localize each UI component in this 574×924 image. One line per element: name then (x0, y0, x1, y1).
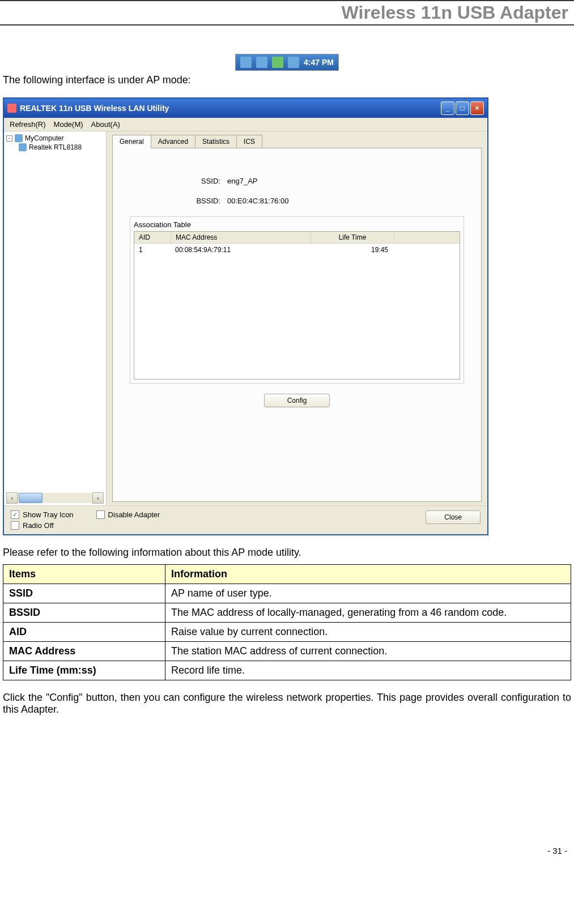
utility-window: REALTEK 11n USB Wireless LAN Utility _ □… (3, 97, 488, 535)
row-aid-item: AID (3, 623, 165, 642)
show-tray-label: Show Tray Icon (23, 510, 74, 519)
bssid-value: 00:E0:4C:81:76:00 (227, 197, 288, 205)
disable-adapter-checkbox[interactable] (96, 510, 105, 519)
td-mac: 00:08:54:9A:79:11 (171, 245, 310, 255)
computer-icon (15, 134, 23, 142)
monitor-icon (256, 57, 267, 68)
tree-collapse-icon[interactable]: - (6, 135, 12, 142)
association-fieldset: Association Table AID MAC Address Life T… (130, 216, 464, 384)
tab-statistics[interactable]: Statistics (195, 135, 237, 148)
show-tray-checkbox[interactable]: ✓ (11, 510, 19, 519)
intro-text: The following interface is under AP mode… (0, 74, 574, 86)
page-header: Wireless 11n USB Adapter (0, 0, 574, 25)
row-lifetime-info: Record life time. (165, 661, 571, 680)
row-aid-info: Raise value by current connection. (165, 623, 571, 642)
menu-about[interactable]: About(A) (91, 120, 120, 129)
td-life: 19:45 (310, 245, 405, 255)
tray-section: 4:47 PM (0, 54, 574, 71)
td-aid: 1 (134, 245, 171, 255)
th-mac[interactable]: MAC Address (171, 232, 311, 243)
disable-adapter-label: Disable Adapter (108, 510, 160, 519)
bssid-label: BSSID: (130, 197, 227, 205)
th-information: Information (165, 565, 571, 584)
footer-text: Click the "Config" button, then you can … (0, 692, 574, 716)
association-table: AID MAC Address Life Time 1 00:08:54:9A:… (134, 231, 460, 380)
maximize-button[interactable]: □ (456, 101, 469, 115)
system-tray: 4:47 PM (235, 54, 339, 71)
radio-off-label: Radio Off (23, 521, 54, 530)
tabs: General Advanced Statistics ICS (112, 135, 482, 148)
minimize-button[interactable]: _ (441, 101, 454, 115)
close-button[interactable]: Close (426, 510, 481, 524)
app-icon (7, 104, 16, 113)
radio-off-checkbox[interactable] (11, 521, 19, 530)
menu-refresh[interactable]: Refresh(R) (10, 120, 46, 129)
th-items: Items (3, 565, 165, 584)
tree-child[interactable]: Realtek RTL8188 (29, 143, 82, 151)
refer-text: Please refer to the following informatio… (0, 547, 574, 559)
adapter-icon (19, 143, 27, 151)
config-button[interactable]: Config (264, 394, 330, 407)
tree-root[interactable]: MyComputer (25, 134, 64, 142)
menubar: Refresh(R) Mode(M) About(A) (4, 118, 487, 131)
row-ssid-item: SSID (3, 584, 165, 603)
th-life[interactable]: Life Time (311, 232, 394, 243)
horizontal-scrollbar[interactable]: ‹ › (6, 493, 104, 503)
close-window-button[interactable]: × (470, 101, 484, 115)
row-bssid-item: BSSID (3, 603, 165, 623)
tree-panel: - MyComputer Realtek RTL8188 ‹ › (4, 131, 107, 505)
fieldset-legend: Association Table (134, 220, 460, 229)
bottom-bar: ✓ Show Tray Icon Radio Off Disable Adapt… (4, 505, 487, 534)
th-aid[interactable]: AID (134, 232, 171, 243)
table-row[interactable]: 1 00:08:54:9A:79:11 19:45 (134, 244, 460, 256)
row-lifetime-item: Life Time (mm:ss) (3, 661, 165, 680)
row-ssid-info: AP name of user type. (165, 584, 571, 603)
tab-advanced[interactable]: Advanced (151, 135, 195, 148)
window-title: REALTEK 11n USB Wireless LAN Utility (20, 104, 169, 113)
info-table: Items Information SSID AP name of user t… (3, 564, 571, 680)
wireless-icon (272, 57, 283, 68)
page-number: - 31 - (0, 846, 574, 855)
header-title: Wireless 11n USB Adapter (342, 2, 574, 23)
tray-time: 4:47 PM (304, 58, 334, 67)
menu-mode[interactable]: Mode(M) (54, 120, 83, 129)
signal-icon (288, 57, 299, 68)
scroll-thumb[interactable] (19, 493, 42, 503)
scroll-right-button[interactable]: › (92, 492, 104, 504)
tab-ics[interactable]: ICS (236, 135, 262, 148)
ssid-value: eng7_AP (227, 177, 258, 185)
tab-content: SSID: eng7_AP BSSID: 00:E0:4C:81:76:00 A… (112, 148, 482, 502)
titlebar: REALTEK 11n USB Wireless LAN Utility _ □… (4, 99, 487, 118)
ssid-label: SSID: (130, 177, 227, 185)
row-bssid-info: The MAC address of locally-managed, gene… (165, 603, 571, 623)
tab-general[interactable]: General (112, 135, 151, 148)
scroll-left-button[interactable]: ‹ (6, 492, 18, 504)
row-mac-info: The station MAC address of current conne… (165, 642, 571, 661)
network-icon (240, 57, 252, 68)
row-mac-item: MAC Address (3, 642, 165, 661)
